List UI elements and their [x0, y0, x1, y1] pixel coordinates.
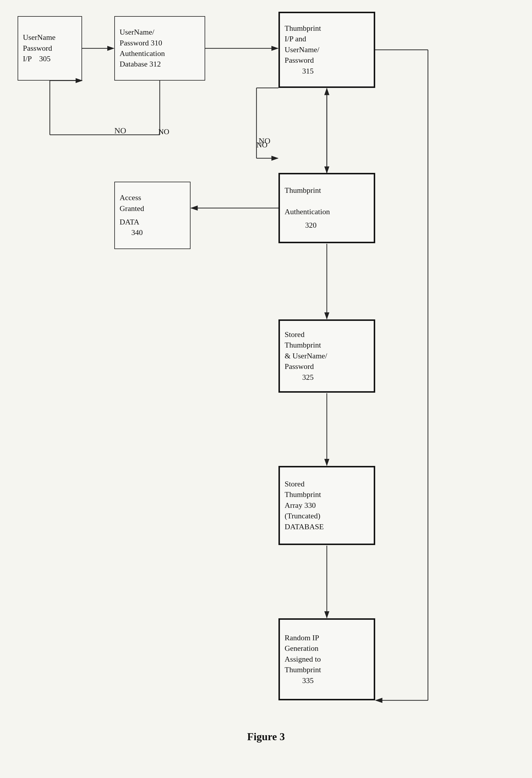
diagram: UserName Password I/P 305 UserName/ Pass…: [0, 0, 532, 778]
auth-db-line2: Password 310: [120, 38, 162, 48]
svg-text:NO: NO: [114, 126, 126, 135]
input-line3-number: I/P 305: [23, 54, 51, 64]
array-line1: Stored: [285, 479, 305, 489]
array-line4: (Truncated): [285, 511, 320, 521]
thumbprint-auth-number: 320: [305, 220, 317, 231]
random-line3: Assigned to: [285, 654, 321, 665]
input-line1: UserName: [23, 32, 55, 43]
random-line2: Generation: [285, 643, 319, 654]
thumbprint-auth-line2: Authentication: [285, 207, 330, 217]
thumbprint-auth-box: Thumbprint Authentication 320: [279, 173, 375, 243]
auth-db-line3: Authentication: [120, 48, 165, 59]
thumbprint-auth-line1: Thumbprint: [285, 185, 321, 196]
stored-thumbprint-pw-box: Stored Thumbprint & UserName/ Password 3…: [279, 319, 375, 393]
thumbprint-ip-box: Thumbprint I/P and UserName/ Password 31…: [279, 12, 375, 88]
random-ip-box: Random IP Generation Assigned to Thumbpr…: [279, 618, 375, 700]
stored-thumbprint-array-box: Stored Thumbprint Array 330 (Truncated) …: [279, 466, 375, 545]
random-line4: Thumbprint: [285, 665, 321, 675]
figure-label: Figure 3: [247, 730, 285, 743]
access-line3: DATA: [120, 217, 139, 227]
auth-db-box: UserName/ Password 310 Authentication Da…: [114, 16, 205, 81]
access-granted-box: Access Granted DATA 340: [114, 182, 191, 249]
input-line2: Password: [23, 43, 52, 54]
stored-tp-line2: Thumbprint: [285, 340, 321, 351]
random-number: 335: [302, 676, 314, 686]
access-number: 340: [131, 227, 143, 238]
access-line1: Access: [120, 192, 141, 203]
flow-arrows: NO NO: [0, 0, 532, 778]
stored-tp-line3: & UserName/: [285, 351, 327, 361]
auth-db-line1: UserName/: [120, 27, 154, 37]
stored-tp-line1: Stored: [285, 329, 305, 340]
array-line2: Thumbprint: [285, 489, 321, 500]
input-box: UserName Password I/P 305: [18, 16, 82, 81]
array-line5: DATABASE: [285, 522, 324, 532]
access-line2: Granted: [120, 203, 144, 214]
thumbprint-ip-line2: I/P and: [285, 34, 306, 44]
random-line1: Random IP: [285, 633, 319, 643]
array-line3: Array 330: [285, 500, 316, 511]
stored-tp-number: 325: [302, 372, 314, 383]
thumbprint-ip-line3: UserName/: [285, 45, 319, 55]
no-label-2: NO: [256, 141, 268, 149]
stored-tp-line4: Password: [285, 361, 314, 372]
no-label-1: NO: [158, 128, 169, 136]
auth-db-line4: Database 312: [120, 59, 161, 69]
thumbprint-ip-number: 315: [302, 66, 314, 76]
thumbprint-ip-line4: Password: [285, 55, 314, 66]
thumbprint-ip-line1: Thumbprint: [285, 23, 321, 34]
